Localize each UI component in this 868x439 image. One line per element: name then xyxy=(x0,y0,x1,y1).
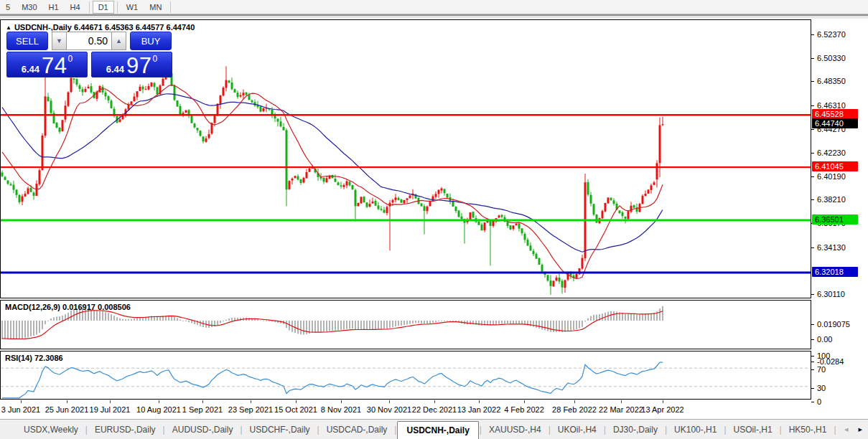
axis-tick xyxy=(811,362,814,362)
date-label: 10 Aug 2021 xyxy=(136,405,181,414)
chart-title: ▲USDCNH-,Daily 6.44671 6.45363 6.44577 6… xyxy=(6,23,195,32)
collapse-arrow-icon[interactable]: ▲ xyxy=(6,24,11,31)
date-tick xyxy=(479,400,480,403)
buy-price-point: 0 xyxy=(153,54,158,64)
symbol-tab-usdcnh-daily[interactable]: USDCNH-,Daily xyxy=(397,421,478,439)
symbol-tab-audusd-daily[interactable]: AUDUSD-,Daily xyxy=(166,421,240,438)
axis-price-label: 70 xyxy=(817,364,826,374)
axis-tick xyxy=(811,294,814,295)
timeframe-button-h1[interactable]: H1 xyxy=(43,1,65,14)
axis-price-label: 0.019075 xyxy=(817,319,850,329)
axis-tick xyxy=(811,388,814,389)
date-label: 8 Nov 2021 xyxy=(321,405,361,414)
price-axis: 6.523706.503306.483506.463106.442706.422… xyxy=(811,19,868,419)
date-tick xyxy=(574,400,575,403)
one-click-trading-widget: SELL ▼ ▲ BUY 6.44 74 0 6.44 97 0 xyxy=(6,32,172,77)
chevron-up-icon: ▲ xyxy=(116,37,122,44)
date-tick xyxy=(434,400,435,403)
date-tick xyxy=(663,400,663,403)
symbol-tab-xauusd-h4[interactable]: XAUUSD-,H4 xyxy=(482,421,548,438)
symbol-tab-ukoil-h4[interactable]: UKOil-,H4 xyxy=(551,421,603,438)
timeframe-button-m30[interactable]: M30 xyxy=(16,1,42,14)
price-tag: 6.41045 xyxy=(812,161,858,171)
axis-tick xyxy=(811,324,814,325)
volume-decrease-button[interactable]: ▼ xyxy=(52,32,67,50)
rsi-panel: RSI(14) 72.3086 xyxy=(0,351,811,400)
toolbar-separator xyxy=(170,1,171,13)
timeframe-button-w1[interactable]: W1 xyxy=(121,1,144,14)
price-tag: 6.44740 xyxy=(812,118,858,128)
date-axis: 3 Jun 202125 Jun 202119 Jul 202110 Aug 2… xyxy=(0,400,811,419)
date-label: 13 Apr 2022 xyxy=(641,405,683,414)
axis-price-label: 6.52370 xyxy=(817,29,846,39)
timeframe-button-5[interactable]: 5 xyxy=(0,1,16,14)
axis-tick xyxy=(811,129,814,130)
axis-tick xyxy=(811,105,814,106)
symbol-tabbar-container: USDX,Weekly|EURUSD-,Daily|AUDUSD-,Daily|… xyxy=(0,419,868,439)
date-label: 13 Jan 2022 xyxy=(457,405,501,414)
axis-price-label: 30 xyxy=(817,383,826,393)
date-label: 4 Feb 2022 xyxy=(504,405,544,414)
sell-price-pips: 74 xyxy=(42,57,67,75)
symbol-tab-usoil-h1[interactable]: USOil-,H1 xyxy=(727,421,779,438)
date-tick xyxy=(296,400,297,403)
axis-price-label: 6.48350 xyxy=(817,76,846,86)
symbol-tab-usdchf-daily[interactable]: USDCHF-,Daily xyxy=(243,421,317,438)
date-tick xyxy=(67,400,67,403)
macd-label: MACD(12,26,9) 0.016917 0.008506 xyxy=(5,303,131,311)
date-label: 1 Sep 2021 xyxy=(182,405,223,414)
volume-increase-button[interactable]: ▲ xyxy=(111,32,126,50)
axis-tick xyxy=(811,402,814,402)
date-label: 22 Mar 2022 xyxy=(599,405,643,414)
timeframe-button-d1[interactable]: D1 xyxy=(93,1,114,14)
tab-scroll-controls: ◂ ▸ xyxy=(839,420,868,439)
timeframe-button-h4[interactable]: H4 xyxy=(65,1,86,14)
date-label: 28 Feb 2022 xyxy=(552,405,597,414)
axis-price-label: 6.42230 xyxy=(817,148,846,158)
axis-tick xyxy=(811,34,814,35)
price-tag: 6.32018 xyxy=(812,267,858,277)
chevron-down-icon: ▼ xyxy=(56,37,62,44)
symbol-tabbar: USDX,Weekly|EURUSD-,Daily|AUDUSD-,Daily|… xyxy=(0,420,839,439)
symbol-tab-usdx-weekly[interactable]: USDX,Weekly xyxy=(17,421,85,438)
sell-price-button[interactable]: 6.44 74 0 xyxy=(6,52,88,77)
price-chart-panel: ▲USDCNH-,Daily 6.44671 6.45363 6.44577 6… xyxy=(0,19,811,298)
price-tag: 6.36501 xyxy=(812,214,858,225)
timeframe-button-mn[interactable]: MN xyxy=(144,1,167,14)
axis-price-label: 6.50330 xyxy=(817,53,846,63)
toolbar-separator xyxy=(117,1,118,13)
toolbar-separator xyxy=(89,1,90,13)
symbol-tab-usdcad-daily[interactable]: USDCAD-,Daily xyxy=(320,421,394,438)
symbol-tab-eurusd-daily[interactable]: EURUSD-,Daily xyxy=(88,421,162,438)
symbol-tab-hk50-h1[interactable]: HK50-,H1 xyxy=(783,421,834,438)
date-tick xyxy=(251,400,251,403)
buy-price-prefix: 6.44 xyxy=(106,65,124,75)
symbol-tab-uk100-h1[interactable]: UK100-,H1 xyxy=(668,421,723,438)
sell-button[interactable]: SELL xyxy=(6,32,48,50)
symbol-tab-dj30-daily[interactable]: DJ30-,Daily xyxy=(607,421,664,438)
date-tick xyxy=(21,400,22,403)
axis-price-label: 0 xyxy=(817,397,821,407)
tabs-scroll-left-icon[interactable]: ◂ xyxy=(844,425,849,434)
tabs-scroll-right-icon[interactable]: ▸ xyxy=(858,425,862,434)
axis-tick xyxy=(811,356,814,357)
buy-button[interactable]: BUY xyxy=(130,32,172,50)
buy-price-button[interactable]: 6.44 97 0 xyxy=(91,52,172,77)
date-tick xyxy=(524,400,525,403)
date-tick xyxy=(341,400,342,403)
date-label: 30 Nov 2021 xyxy=(367,405,411,414)
date-tick xyxy=(389,400,390,403)
volume-input[interactable] xyxy=(67,32,111,50)
axis-tick xyxy=(811,339,814,340)
axis-price-label: 6.34130 xyxy=(817,242,846,252)
sell-price-point: 0 xyxy=(68,54,73,64)
date-tick xyxy=(202,400,203,403)
date-label: 15 Oct 2021 xyxy=(274,405,317,414)
date-label: 3 Jun 2021 xyxy=(1,405,40,414)
date-label: 22 Dec 2021 xyxy=(412,405,457,414)
price-tag: 6.45528 xyxy=(812,109,858,119)
axis-tick xyxy=(811,369,814,370)
chart-title-ohlc: 6.44671 6.45363 6.44577 6.44740 xyxy=(74,23,195,32)
date-label: 25 Jun 2021 xyxy=(45,405,89,414)
macd-panel: MACD(12,26,9) 0.016917 0.008506 xyxy=(0,300,811,349)
